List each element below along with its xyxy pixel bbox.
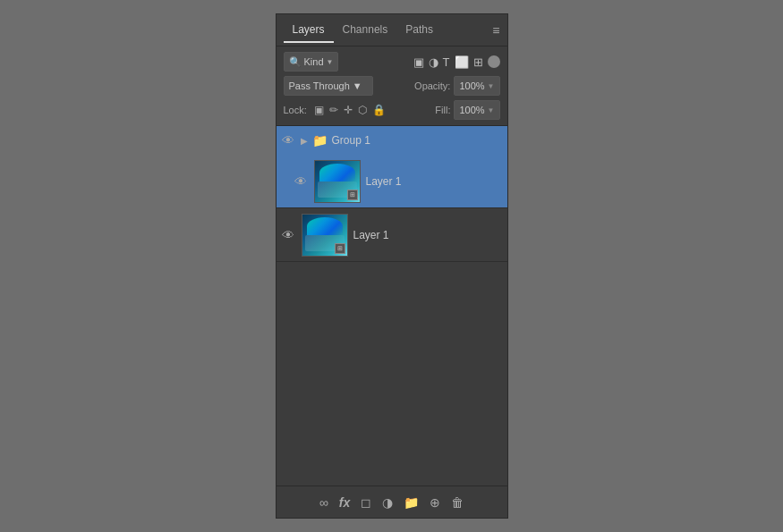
layers-list: 👁 ▶ 📁 Group 1 👁 ⊞ Layer 1 👁 ⊞ Layer 1 <box>277 126 507 486</box>
tab-paths[interactable]: Paths <box>396 18 442 43</box>
smart-object-badge: ⊞ <box>335 243 345 254</box>
group-name: Group 1 <box>332 134 370 147</box>
tab-channels[interactable]: Channels <box>334 18 397 43</box>
fx-icon[interactable]: fx <box>339 495 350 510</box>
panel-menu-icon[interactable]: ≡ <box>492 23 499 38</box>
layer-row[interactable]: 👁 ⊞ Layer 1 <box>277 155 507 208</box>
layer2-visibility-icon[interactable]: 👁 <box>282 228 296 242</box>
add-mask-icon[interactable]: ◻ <box>361 495 371 510</box>
kind-row: 🔍 Kind ▼ ▣ ◑ T ⬜ ⊞ <box>284 52 500 72</box>
blend-opacity-row: Pass Through ▼ Opacity: 100% ▼ <box>284 76 500 96</box>
blend-mode-label: Pass Through <box>289 80 350 91</box>
group-visibility-icon[interactable]: 👁 <box>282 133 296 148</box>
fill-value-text: 100% <box>459 105 484 115</box>
bottom-toolbar: ∞ fx ◻ ◑ 📁 ⊕ 🗑 <box>277 486 507 518</box>
search-icon: 🔍 <box>289 56 302 68</box>
layer-row[interactable]: 👁 ⊞ Layer 1 <box>277 208 507 262</box>
lock-artboard-icon[interactable]: ⬡ <box>358 104 367 116</box>
new-group-icon[interactable]: 📁 <box>404 495 419 510</box>
smart-filter-icon[interactable]: ⊞ <box>473 55 483 69</box>
blend-mode-dropdown[interactable]: Pass Through ▼ <box>284 76 373 96</box>
delete-layer-icon[interactable]: 🗑 <box>451 495 464 510</box>
group-expand-icon[interactable]: ▶ <box>301 136 308 146</box>
layer-group-row[interactable]: 👁 ▶ 📁 Group 1 <box>277 126 507 155</box>
adjustment-layer-icon[interactable]: ◑ <box>382 495 393 510</box>
pixel-filter-icon[interactable]: ▣ <box>413 55 424 69</box>
type-filter-icon[interactable]: T <box>443 55 450 69</box>
blend-arrow-icon: ▼ <box>353 80 362 91</box>
opacity-input[interactable]: 100% ▼ <box>454 76 499 96</box>
layer-controls: 🔍 Kind ▼ ▣ ◑ T ⬜ ⊞ Pass Through ▼ Opacit… <box>277 46 507 126</box>
aurora-effect <box>307 217 343 235</box>
adjustment-filter-icon[interactable]: ◑ <box>429 55 438 69</box>
opacity-label: Opacity: <box>414 80 450 91</box>
aurora-effect <box>319 164 355 182</box>
filter-icons: ▣ ◑ T ⬜ ⊞ <box>413 55 500 69</box>
link-layers-icon[interactable]: ∞ <box>319 495 328 510</box>
lock-position-icon[interactable]: ✛ <box>344 104 353 116</box>
lock-icons: ▣ ✏ ✛ ⬡ 🔒 <box>314 104 386 116</box>
opacity-value-text: 100% <box>459 80 484 91</box>
layers-panel: Layers Channels Paths ≡ 🔍 Kind ▼ ▣ ◑ T ⬜… <box>276 13 508 519</box>
layer1-visibility-icon[interactable]: 👁 <box>294 174 309 189</box>
layer1-thumbnail: ⊞ <box>314 160 361 203</box>
lock-paint-icon[interactable]: ✏ <box>329 104 338 116</box>
layer2-name: Layer 1 <box>353 229 389 241</box>
smart-object-badge: ⊞ <box>347 190 358 200</box>
fill-label: Fill: <box>435 105 450 115</box>
kind-arrow-icon: ▼ <box>327 58 334 66</box>
filter-toggle-icon[interactable] <box>488 55 500 68</box>
layer2-thumbnail: ⊞ <box>302 214 348 257</box>
fill-arrow-icon: ▼ <box>488 106 495 114</box>
lock-fill-row: Lock: ▣ ✏ ✛ ⬡ 🔒 Fill: 100% ▼ <box>284 100 500 120</box>
shape-filter-icon[interactable]: ⬜ <box>455 55 469 69</box>
new-layer-icon[interactable]: ⊕ <box>430 495 440 510</box>
lock-all-icon[interactable]: 🔒 <box>372 104 386 116</box>
layer1-name: Layer 1 <box>366 175 402 188</box>
lock-pixels-icon[interactable]: ▣ <box>314 104 324 116</box>
kind-dropdown[interactable]: 🔍 Kind ▼ <box>284 52 339 72</box>
fill-input[interactable]: 100% ▼ <box>454 100 499 120</box>
group-folder-icon: 📁 <box>312 133 328 148</box>
tab-bar: Layers Channels Paths ≡ <box>277 14 507 46</box>
opacity-arrow-icon: ▼ <box>488 82 495 90</box>
lock-label: Lock: <box>284 105 307 115</box>
tab-layers[interactable]: Layers <box>284 18 334 43</box>
kind-label: Kind <box>304 56 324 67</box>
